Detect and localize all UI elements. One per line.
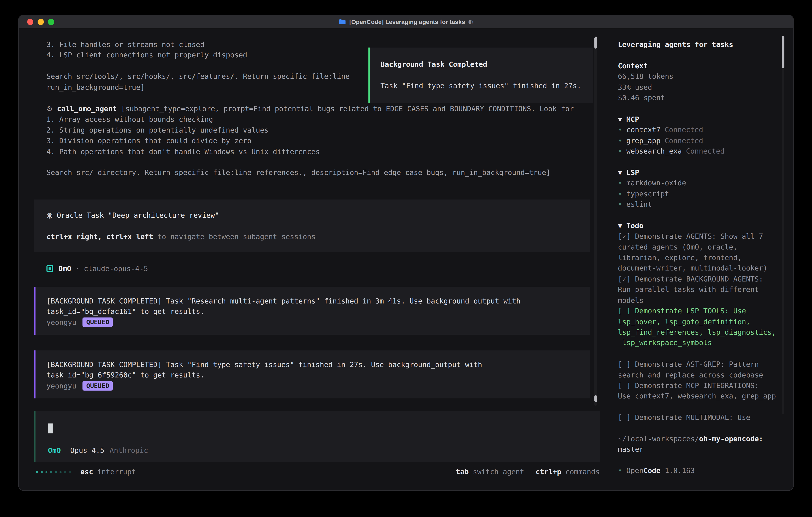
mcp-name: grep_app [627,136,661,144]
hint-keys: ctrl+x right, ctrl+x left [46,232,153,241]
section-mcp[interactable]: ▼MCP [618,114,780,124]
todo-list: [✓] Demonstrate AGENTS: Show all 7 curat… [618,231,780,423]
status-key: ctrl+p [536,466,561,477]
minimize-window-button[interactable] [37,19,44,25]
queued-badge: QUEUED [83,318,113,327]
chevron-down-icon: ▼ [618,168,622,176]
bullet-icon: • [618,136,622,144]
sidebar-scrollbar-thumb[interactable] [782,36,784,69]
version-line: •OpenCode 1.0.163 [618,465,780,476]
spinner-dot [46,471,47,473]
mcp-list: •context7Connected•grep_appConnected•web… [618,124,780,156]
chevron-down-icon: ▼ [618,221,622,230]
toast-body: Task "Find type safety issues" finished … [380,80,593,91]
hint-text: to navigate between subagent sessions [153,232,316,241]
status-key: esc [80,467,93,476]
section-lsp[interactable]: ▼LSP [618,167,780,178]
tool-call-line: 4. Path operations that don't handle Win… [46,146,598,157]
gear-icon: ⚙ [46,104,53,113]
session-title: Leveraging agents for tasks [618,39,780,50]
context-heading: Context [618,60,780,71]
prompt-input[interactable]: OmO Opus 4.5 Anthropic [34,411,600,462]
bullet-icon: • [618,179,622,187]
input-model-name: Opus 4.5 [70,445,104,456]
status-key-label: commands [566,466,600,477]
status-key-label: switch agent [473,466,524,477]
status-key-label: interrupt [97,467,136,476]
session-sidebar: Leveraging agents for tasks Context 66,5… [618,39,780,476]
tool-call-name: call_omo_agent [57,104,117,113]
zoom-window-button[interactable] [48,19,54,25]
spinner [36,471,71,473]
message-line: task_id="bg_6f59260c" to get results. [46,370,590,380]
message-meta: yeongyuQUEUED [46,317,590,327]
chevron-down-icon: ▼ [618,115,622,123]
status-right-hints: tabswitch agentctrl+pcommands [444,466,600,477]
subagent-navigation-hint: ctrl+x right, ctrl+x left to navigate be… [46,231,590,242]
session-status-icon: ◐ [468,15,473,28]
todo-item: [ ] Demonstrate AST-GREP: Pattern search… [618,359,780,380]
status-hint-pair: tabswitch agent [456,466,524,477]
model-row: OmO Opus 4.5 Anthropic [48,445,600,456]
tool-call-line: 1. Array access without bounds checking [46,114,598,125]
tool-call-line [46,157,598,167]
spinner-dot [60,471,61,473]
spinner-dot [55,471,57,473]
background-task-toast[interactable]: Background Task Completed Task "Find typ… [369,48,593,103]
bullet-icon: • [618,147,622,155]
workspace-path: ~/local-workspaces/oh-my-opencode: [618,433,780,444]
context-spent: $0.46 spent [618,92,780,103]
message-author: yeongyu [46,381,76,391]
background-task-message: [BACKGROUND TASK COMPLETED] Task "Find t… [34,351,590,399]
background-task-message: [BACKGROUND TASK COMPLETED] Task "Resear… [34,287,590,335]
oracle-task-panel: ◉Oracle Task "Deep architecture review" … [34,199,590,252]
input-model-provider: Anthropic [110,445,148,456]
mcp-name: context7 [627,125,661,134]
main-scrollbar-thumb[interactable] [594,37,597,48]
context-used: 33% used [618,82,780,92]
close-window-button[interactable] [27,19,33,25]
window-title-text: [OpenCode] Leveraging agents for tasks [349,15,465,28]
lsp-list: •markdown-oxide•typescript•eslint [618,178,780,210]
todo-item: [ ] Demonstrate LSP TOOLS: Use lsp_hover… [618,305,780,348]
queued-badge: QUEUED [83,381,113,391]
status-key: tab [456,466,469,477]
message-author: yeongyu [46,317,76,327]
agent-header: OmO · claude-opus-4-5 [46,263,148,274]
version-number-text: 1.0.163 [665,466,695,475]
spinner-dot [69,471,71,473]
brand-open: Open [627,466,644,475]
message-meta: yeongyuQUEUED [46,381,590,391]
todo-item: [✓] Demonstrate AGENTS: Show all 7 curat… [618,231,780,273]
spinner-dot [41,471,43,473]
window-title: [OpenCode] Leveraging agents for tasks ◐ [339,15,473,28]
toast-title: Background Task Completed [380,59,593,70]
status-hint-pair: ctrl+pcommands [536,466,600,477]
version-number [661,466,665,475]
separator-dot: · [76,263,80,274]
bullet-icon: • [618,125,622,134]
todo-item: [ ] Demonstrate MULTIMODAL: Use [618,412,780,423]
titlebar[interactable]: [OpenCode] Leveraging agents for tasks ◐ [19,15,793,29]
mcp-status: Connected [686,147,724,155]
section-todo[interactable]: ▼Todo [618,220,780,231]
workspace-repo: oh-my-opencode: [699,434,763,443]
tool-call-line: Search src/ directory. Return specific f… [46,167,598,178]
sidebar-scrollbar[interactable] [782,36,784,414]
oracle-task-title: ◉Oracle Task "Deep architecture review" [46,210,590,220]
tool-call-args: [subagent_type=explore, prompt=Find pote… [117,104,574,113]
main-scrollbar-thumb-secondary[interactable] [594,395,597,402]
tool-call-line: 3. Division operations that could divide… [46,135,598,146]
main-scrollbar[interactable] [594,36,597,406]
status-left-hints: escinterrupt [80,466,136,477]
todo-item: [ ] Demonstrate MCP INTEGRATIONS: Use co… [618,380,780,402]
text-cursor [48,424,53,433]
window-controls [27,19,54,25]
lsp-item: •eslint [618,199,780,210]
agent-name: OmO [59,263,71,274]
agent-square-icon [46,265,53,272]
lsp-name: typescript [627,189,669,198]
lsp-item: •typescript [618,188,780,199]
lsp-name: eslint [627,200,652,208]
mcp-heading: MCP [627,115,639,123]
